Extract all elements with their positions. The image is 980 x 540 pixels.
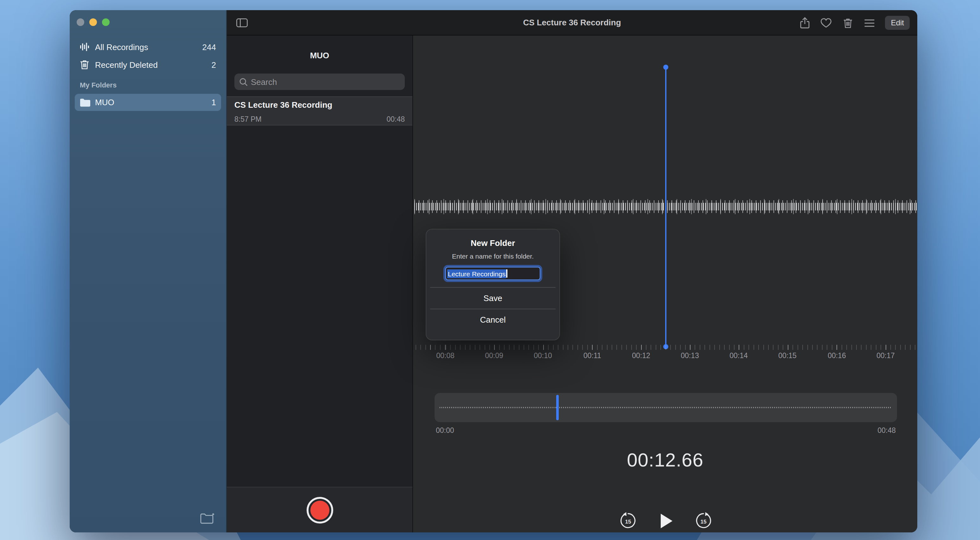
folder-name-value: Lecture Recordings [447,269,506,278]
sidebar-item-count: 244 [202,42,216,52]
sidebar-folder-muo[interactable]: MUO 1 [75,94,221,111]
share-button[interactable] [799,17,811,29]
timeline-tick: 00:08 [433,351,458,360]
new-folder-icon [200,513,215,526]
timeline-tick: 00:12 [628,351,654,360]
delete-button[interactable] [842,17,854,29]
edit-button[interactable]: Edit [885,16,910,30]
scrubber-waveform [440,407,892,408]
search-input[interactable] [251,77,400,86]
play-button[interactable] [659,513,673,529]
timeline-tick: 00:10 [530,351,555,360]
waveform-icon [80,43,92,51]
new-folder-button[interactable] [200,512,216,526]
desktop: All Recordings 244 Recently Deleted 2 [0,0,980,540]
favorite-button[interactable] [821,17,832,29]
recording-list-item[interactable]: CS Lecture 36 Recording 8:57 PM 00:48 [227,96,412,126]
timeline-tick: 00:17 [873,351,898,360]
sidebar-list: All Recordings 244 Recently Deleted 2 [75,39,221,74]
timeline-tick: 00:14 [726,351,751,360]
trash-icon [80,60,92,70]
sidebar-item-recently-deleted[interactable]: Recently Deleted 2 [75,56,221,73]
timeline-ruler [413,345,917,350]
text-caret [506,269,507,277]
list-header: MUO [227,51,412,60]
timeline-tick: 00:11 [580,351,605,360]
sidebar-item-count: 2 [212,60,216,69]
folder-label: MUO [92,97,212,107]
playhead[interactable] [665,67,667,347]
minimize-button[interactable] [89,18,97,26]
overview-scrubber[interactable] [434,393,897,422]
sidebar-section-label: My Folders [80,81,116,89]
options-button[interactable] [864,17,875,29]
new-folder-dialog: New Folder Enter a name for this folder.… [426,229,560,340]
search-icon [239,78,248,86]
record-button[interactable] [307,497,333,524]
list-icon [864,19,875,27]
range-end-label: 00:48 [877,426,896,435]
range-start-label: 00:00 [436,426,454,435]
record-dot [310,501,329,520]
recording-meta: 8:57 PM 00:48 [234,115,405,123]
dialog-title: New Folder [426,238,559,248]
folder-name-input[interactable]: Lecture Recordings [445,267,540,280]
timeline-tick: 00:16 [824,351,850,360]
sidebar-item-label: All Recordings [92,42,202,52]
recording-title: CS Lecture 36 Recording [234,99,405,111]
timeline-tick: 00:15 [775,351,800,360]
play-icon [659,513,673,529]
playhead-handle-top[interactable] [663,65,668,70]
zoom-button[interactable] [102,18,110,26]
traffic-lights [76,18,110,26]
skip-forward-label: 15 [695,518,712,525]
skip-back-label: 15 [620,518,636,525]
sidebar-item-all-recordings[interactable]: All Recordings 244 [75,39,221,55]
titlebar: CS Lecture 36 Recording [227,10,917,35]
sidebar-item-label: Recently Deleted [92,60,212,69]
save-button[interactable]: Save [426,287,559,309]
heart-icon [821,18,832,28]
scrubber-playhead[interactable] [556,395,558,420]
search-field[interactable] [234,73,405,90]
skip-back-15-button[interactable]: 15 [620,512,636,530]
share-icon [800,17,810,29]
folder-icon [80,98,92,107]
record-bar [227,487,412,532]
titlebar-actions: Edit [799,10,910,35]
timeline-tick: 00:13 [677,351,703,360]
trash-icon [843,18,853,28]
timeline-tick: 00:09 [482,351,507,360]
recording-time: 8:57 PM [234,115,262,123]
skip-forward-15-button[interactable]: 15 [695,512,712,530]
recordings-list-column: MUO CS Lecture 36 Recording 8:57 PM 00:4… [227,35,413,532]
close-button[interactable] [76,18,84,26]
recording-duration: 00:48 [387,115,405,123]
cancel-button[interactable]: Cancel [426,309,559,330]
folder-count: 1 [212,97,216,107]
sidebar: All Recordings 244 Recently Deleted 2 [70,10,227,532]
dialog-message: Enter a name for this folder. [426,252,559,260]
current-time-display: 00:12.66 [413,449,917,472]
